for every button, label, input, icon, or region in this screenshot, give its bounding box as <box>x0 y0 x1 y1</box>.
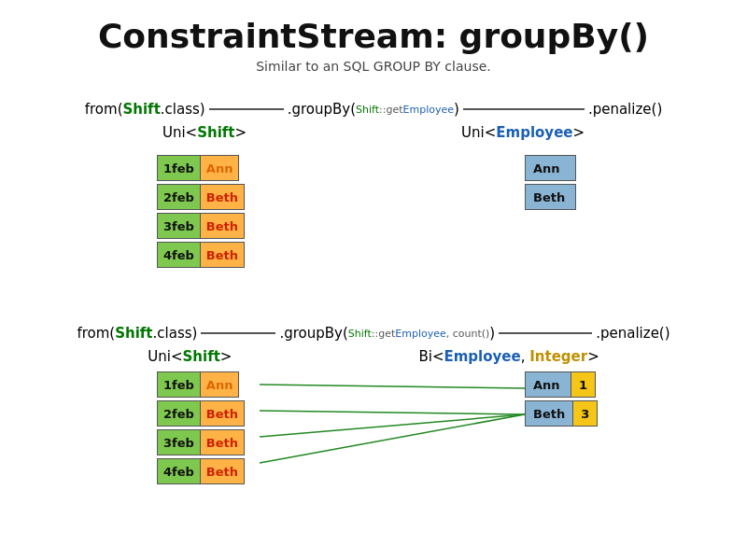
bot-shift-label: Shift <box>115 325 152 342</box>
top-emp-ann: Ann <box>525 155 576 181</box>
top-arrows-svg <box>0 147 747 278</box>
top-groupby-close: ) <box>454 101 459 118</box>
bot-penalize-label: .penalize() <box>596 325 669 342</box>
bot-bi-beth: Beth 3 <box>525 400 598 427</box>
top-from-label: from( <box>85 101 123 118</box>
svg-line-6 <box>260 411 525 414</box>
top-line2 <box>463 108 585 110</box>
bot-line1 <box>201 332 275 334</box>
top-class-label: .class) <box>161 101 205 118</box>
bot-bi-label: Bi<Employee, Integer> <box>418 348 599 365</box>
bot-shift-3feb-beth: 3feb Beth <box>157 429 245 455</box>
bot-shift-2feb-beth: 2feb Beth <box>157 400 245 427</box>
svg-line-7 <box>260 414 525 437</box>
top-shift-2feb-beth: 2feb Beth <box>157 184 245 210</box>
bot-groupby-close: ) <box>489 325 495 342</box>
svg-line-8 <box>260 414 525 463</box>
bot-bi-ann: Ann 1 <box>525 371 598 398</box>
svg-line-5 <box>260 385 525 388</box>
top-shift-label: Shift <box>123 101 161 118</box>
top-penalize-label: .penalize() <box>588 101 662 118</box>
bot-shift-1feb-ann: 1feb Ann <box>157 371 245 398</box>
page-subtitle: Similar to an SQL GROUP BY clause. <box>0 59 747 74</box>
top-shift-4feb-beth: 4feb Beth <box>157 242 245 268</box>
top-emp-beth: Beth <box>525 184 576 210</box>
bot-groupby-code: Shift::getEmployee, count() <box>348 328 490 340</box>
bot-shift-4feb-beth: 4feb Beth <box>157 458 245 484</box>
bot-groupby-label: .groupBy( <box>279 325 347 342</box>
top-uni-emp-label: Uni<Employee> <box>461 124 585 141</box>
page-title: ConstraintStream: groupBy() <box>0 0 747 55</box>
top-groupby-code: Shift::getEmployee <box>356 104 454 116</box>
top-line1 <box>209 108 284 110</box>
top-groupby-label: .groupBy( <box>288 101 356 118</box>
bot-arrows-svg <box>0 371 747 521</box>
bot-line2 <box>499 332 592 334</box>
bot-uni-shift-label: Uni<Shift> <box>148 348 232 365</box>
top-uni-shift-label: Uni<Shift> <box>162 124 247 141</box>
bot-class-label: .class) <box>153 325 198 342</box>
top-shift-1feb-ann: 1feb Ann <box>157 155 245 181</box>
bot-from-label: from( <box>77 325 115 342</box>
top-shift-3feb-beth: 3feb Beth <box>157 213 245 239</box>
